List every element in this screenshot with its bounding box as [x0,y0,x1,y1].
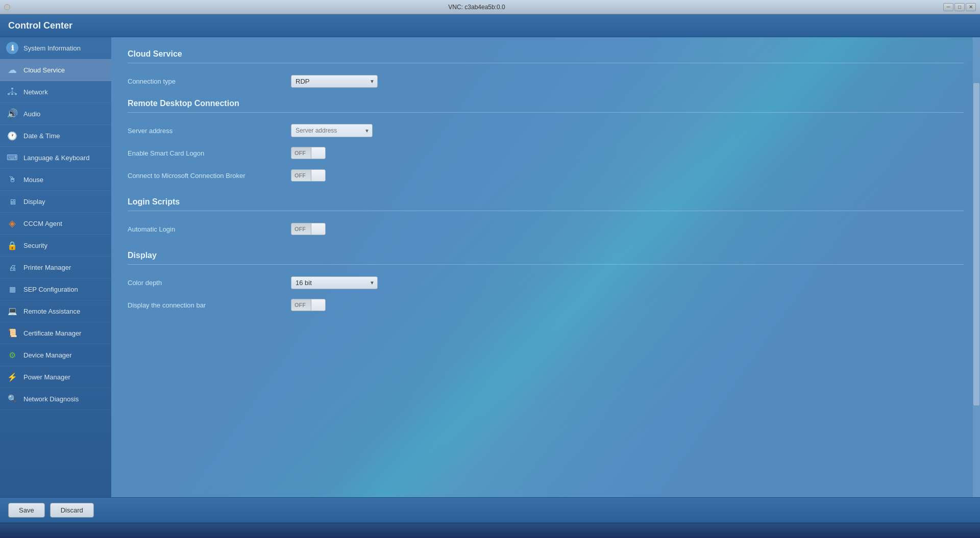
auto-login-row: Automatic Login OFF [128,221,964,237]
titlebar: VNC: c3ab4ea5b:0.0 ─ □ ✕ [0,0,980,14]
connection-bar-toggle-label: OFF [291,302,311,308]
power-manager-icon: ⚡ [6,371,18,383]
sidebar-item-network-diagnosis[interactable]: 🔍 Network Diagnosis [0,388,111,410]
smart-card-toggle[interactable]: OFF [291,147,326,159]
system-information-icon: ℹ [6,42,18,54]
sidebar-label-security: Security [23,242,47,249]
printer-manager-icon: 🖨 [6,261,18,273]
sidebar-item-display[interactable]: 🖥 Display [0,191,111,213]
login-scripts-section: Login Scripts Automatic Login OFF [128,197,964,237]
cloud-service-icon: ☁ [6,64,18,76]
sidebar-item-device-manager[interactable]: ⚙ Device Manager [0,344,111,366]
taskbar [0,523,980,538]
display-icon: 🖥 [6,195,18,208]
sidebar-item-printer-manager[interactable]: 🖨 Printer Manager [0,257,111,278]
svg-line-7 [12,92,16,93]
sidebar-item-cloud-service[interactable]: ☁ Cloud Service [0,59,111,81]
sidebar-label-power-manager: Power Manager [23,373,70,381]
sidebar-label-device-manager: Device Manager [23,351,72,359]
sidebar-label-network: Network [23,88,48,96]
sidebar-item-certificate-manager[interactable]: 📜 Certificate Manager [0,322,111,344]
sidebar-label-remote-assistance: Remote Assistance [23,308,80,315]
security-icon: 🔒 [6,239,18,251]
minimize-button[interactable]: ─ [943,3,953,11]
broker-control: OFF [291,169,326,182]
broker-toggle[interactable]: OFF [291,169,326,182]
discard-button[interactable]: Discard [50,503,94,518]
auto-login-toggle-label: OFF [291,226,311,232]
bottom-bar: Save Discard [0,497,980,523]
sidebar: ℹ System Information ☁ Cloud Service [0,37,111,497]
device-manager-icon: ⚙ [6,349,18,361]
connection-bar-control: OFF [291,299,326,311]
remote-desktop-divider [128,112,964,113]
language-keyboard-icon: ⌨ [6,151,18,164]
network-diagnosis-icon: 🔍 [6,393,18,405]
network-icon [6,86,18,98]
connection-type-label: Connection type [128,78,291,85]
display-settings-section: Display Color depth 16 bit 32 bit 8 bit [128,251,964,313]
remote-assistance-icon: 💻 [6,305,18,317]
sidebar-label-network-diagnosis: Network Diagnosis [23,395,79,403]
maximize-button[interactable]: □ [954,3,965,11]
sidebar-item-language-keyboard[interactable]: ⌨ Language & Keyboard [0,147,111,169]
sidebar-item-system-information[interactable]: ℹ System Information [0,37,111,59]
smart-card-toggle-handle [311,147,325,159]
smart-card-toggle-label: OFF [291,150,311,156]
color-depth-row: Color depth 16 bit 32 bit 8 bit ▼ [128,275,964,290]
titlebar-title: VNC: c3ab4ea5b:0.0 [10,4,943,11]
sidebar-item-mouse[interactable]: 🖱 Mouse [0,169,111,191]
svg-rect-0 [11,88,13,89]
connection-type-control: RDP VNC ICA PCoIP ▼ [291,75,378,88]
sidebar-item-remote-assistance[interactable]: 💻 Remote Assistance [0,300,111,322]
certificate-manager-icon: 📜 [6,327,18,339]
sep-configuration-icon: ▦ [6,283,18,295]
display-settings-divider [128,264,964,265]
main-scrollbar-thumb[interactable] [973,83,979,405]
sidebar-item-power-manager[interactable]: ⚡ Power Manager [0,366,111,388]
color-depth-label: Color depth [128,279,291,287]
connection-type-select[interactable]: RDP VNC ICA PCoIP [291,75,378,88]
close-button[interactable]: ✕ [966,3,976,11]
main-content: Cloud Service Connection type RDP VNC IC… [128,49,964,313]
main-panel: Cloud Service Connection type RDP VNC IC… [111,37,980,497]
color-depth-select[interactable]: 16 bit 32 bit 8 bit [291,276,378,289]
connection-bar-toggle[interactable]: OFF [291,299,326,311]
smart-card-label: Enable Smart Card Logon [128,149,291,157]
color-depth-dropdown-wrapper[interactable]: 16 bit 32 bit 8 bit ▼ [291,276,378,289]
sidebar-label-system-information: System Information [23,44,81,52]
login-scripts-heading: Login Scripts [128,197,964,207]
sidebar-label-cloud-service: Cloud Service [23,66,65,74]
sidebar-label-printer-manager: Printer Manager [23,264,71,271]
sidebar-item-network[interactable]: Network [0,81,111,103]
server-address-label: Server address [128,127,291,135]
mouse-icon: 🖱 [6,173,18,186]
sidebar-item-sep-configuration[interactable]: ▦ SEP Configuration [0,278,111,300]
auto-login-toggle[interactable]: OFF [291,223,326,235]
connection-bar-row: Display the connection bar OFF [128,297,964,313]
display-settings-heading: Display [128,251,964,260]
sidebar-item-cccm-agent[interactable]: ◈ CCCM Agent [0,213,111,235]
save-button[interactable]: Save [8,503,45,518]
sidebar-item-date-time[interactable]: 🕐 Date & Time [0,125,111,147]
main-scrollbar-track[interactable] [973,37,980,497]
page-title: Cloud Service [128,49,964,59]
svg-rect-2 [11,93,13,95]
server-address-control: ▼ [291,124,373,137]
sidebar-label-certificate-manager: Certificate Manager [23,329,81,337]
smart-card-row: Enable Smart Card Logon OFF [128,145,964,161]
svg-rect-1 [8,93,10,95]
remote-desktop-section: Remote Desktop Connection Server address… [128,99,964,183]
sidebar-label-sep-configuration: SEP Configuration [23,286,78,293]
auto-login-control: OFF [291,223,326,235]
connection-type-dropdown-wrapper[interactable]: RDP VNC ICA PCoIP ▼ [291,75,378,88]
sidebar-label-date-time: Date & Time [23,132,60,140]
broker-label: Connect to Microsoft Connection Broker [128,172,291,180]
server-address-input[interactable] [291,124,373,137]
connection-bar-toggle-handle [311,299,325,311]
sidebar-item-audio[interactable]: 🔊 Audio [0,103,111,125]
titlebar-left [4,4,10,10]
sidebar-item-security[interactable]: 🔒 Security [0,235,111,257]
remote-desktop-heading: Remote Desktop Connection [128,99,964,108]
content-area: ℹ System Information ☁ Cloud Service [0,37,980,497]
